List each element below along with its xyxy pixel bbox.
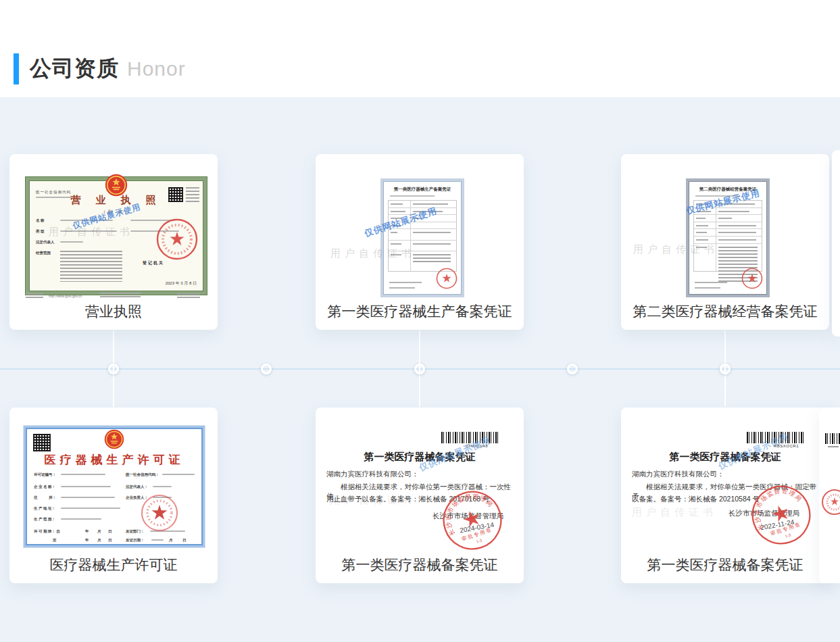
blurred-text-block xyxy=(60,251,122,282)
placeholder-text-bar xyxy=(61,518,101,520)
unit-label: 日 xyxy=(182,538,187,543)
record-table xyxy=(388,200,457,272)
national-emblem-icon xyxy=(104,429,124,449)
blurred-text-block xyxy=(100,293,141,299)
certificate-card-class1-production[interactable]: 第一类医疗器械生产备案凭证 仅供网站展示使用 用户自传证书 第一类医疗器械生产备… xyxy=(316,154,524,330)
national-emblem-icon xyxy=(105,174,128,197)
company-line: 湖南力宾医疗科技有限公司： xyxy=(632,470,724,479)
field-label: 统一社会信用代码： xyxy=(126,472,159,477)
partial-card-next-top[interactable] xyxy=(832,150,840,337)
table-row xyxy=(694,229,762,237)
record-title: 第一类医疗器械备案凭证 xyxy=(621,451,829,464)
company-honor-page: 公司资质 Honor 营 业 执 照 （副 本） 统一社会信用代码 名 称 xyxy=(0,0,840,642)
table-row xyxy=(694,201,762,208)
field-label: 名 称 xyxy=(36,218,45,223)
table-row xyxy=(389,241,456,251)
official-seal xyxy=(436,268,458,289)
field-label: 许可证编号： xyxy=(34,472,56,477)
table-row xyxy=(694,244,762,271)
production-license-image: 医疗器械生产许可证 许可证编号： 统一社会信用代码： 企 业 名 称： 法定代表… xyxy=(24,426,205,547)
placeholder-text-bar xyxy=(36,197,71,198)
placeholder-text-bar xyxy=(390,195,435,197)
certificate-card-class1-record-a[interactable]: 07MION48 第一类医疗器械备案凭证 湖南力宾医疗科技有限公司： 根据相关法… xyxy=(316,408,524,583)
barcode xyxy=(747,432,805,443)
unit-label: 月 xyxy=(169,538,173,543)
official-seal xyxy=(821,489,840,516)
unit-label: 年 xyxy=(85,538,89,543)
business-license-image: 营 业 执 照 （副 本） 统一社会信用代码 名 称 类 型 法定代表人 经营范… xyxy=(26,177,207,295)
placeholder-text-bar xyxy=(60,241,83,243)
certificate-card-class2-operation[interactable]: 第二类医疗器械经营备案凭证 仅供网站展示使用 用户自传证书 第二类医疗器械经营备… xyxy=(621,154,829,330)
class1-production-record-image: 第一类医疗器械生产备案凭证 xyxy=(380,178,464,297)
record-title: 第一类医疗器械生产备案凭证 xyxy=(383,187,462,193)
table-row xyxy=(389,222,456,230)
field-label: 经营范围 xyxy=(36,251,51,255)
record-title: 第一类医疗器械备案凭证 xyxy=(316,451,524,464)
record-table xyxy=(693,200,762,272)
placeholder-text-bar xyxy=(389,287,415,289)
placeholder-text-bar xyxy=(695,282,727,283)
blurred-text-block xyxy=(177,293,200,298)
placeholder-text-bar xyxy=(695,195,740,197)
barcode-text: RBSXOCR1 xyxy=(774,444,799,448)
timeline-node xyxy=(567,364,578,374)
timeline-node xyxy=(720,364,731,374)
certificate-card-class1-record-b[interactable]: RBSXOCR1 第一类医疗器械备案凭证 湖南力宾医疗科技有限公司： 根据相关法… xyxy=(621,408,829,583)
certificate-caption: 医疗器械生产许可证 xyxy=(9,555,218,574)
page-subtitle: Honor xyxy=(127,57,186,80)
field-label: 生 产 地 址： xyxy=(34,506,55,511)
unit-label: 年 xyxy=(85,529,89,534)
certificate-caption: 第一类医疗器械生产备案凭证 xyxy=(316,302,524,321)
issuer-label: 登记机关 xyxy=(143,260,164,266)
field-label: 住 所： xyxy=(34,495,56,500)
table-row xyxy=(694,208,762,216)
placeholder-text-bar xyxy=(153,486,172,487)
placeholder-text-bar xyxy=(61,486,111,487)
placeholder-text-bar xyxy=(60,230,117,232)
official-seal xyxy=(741,268,763,289)
certificate-card-production-license[interactable]: 医疗器械生产许可证 许可证编号： 统一社会信用代码： 企 业 名 称： 法定代表… xyxy=(9,408,218,583)
certificate-caption: 第二类医疗器械经营备案凭证 xyxy=(621,302,829,321)
timeline-node xyxy=(108,364,119,374)
certificate-caption: 第一类医疗器械备案凭证 xyxy=(316,555,524,574)
company-line: 湖南力宾医疗科技有限公司： xyxy=(326,470,419,479)
section-header: 公司资质 Honor xyxy=(14,53,186,85)
issue-date: 2023 年 3 月 8 日 xyxy=(166,280,197,287)
official-seal xyxy=(141,494,178,532)
table-row xyxy=(389,201,456,208)
field-label: 发证日期： xyxy=(126,538,145,543)
official-seal xyxy=(156,218,198,260)
certificate-caption: 营业执照 xyxy=(9,302,218,321)
certificate-card-business-license[interactable]: 营 业 执 照 （副 本） 统一社会信用代码 名 称 类 型 法定代表人 经营范… xyxy=(9,154,218,330)
qr-code xyxy=(33,434,51,451)
watermark-user-upload: 用户自传证书 xyxy=(632,506,717,519)
license-title: 医疗器械生产许可证 xyxy=(26,452,203,468)
license-subtitle: （副 本） xyxy=(29,209,203,216)
placeholder-text-bar xyxy=(695,287,720,289)
partial-card-next-bottom[interactable] xyxy=(819,408,840,583)
placeholder-text-bar xyxy=(61,474,105,475)
placeholder-text-bar xyxy=(828,446,839,447)
unit-label: 月 xyxy=(97,538,101,543)
license-footer: http://www.gsxt.gov.cn xyxy=(26,292,200,301)
table-row xyxy=(694,215,762,222)
field-label: 企 业 名 称： xyxy=(34,485,55,489)
barcode xyxy=(441,432,499,443)
timeline-node xyxy=(414,364,425,374)
timeline-node xyxy=(261,364,272,374)
record-title: 第二类医疗器械经营备案凭证 xyxy=(689,187,767,193)
placeholder-text-bar xyxy=(389,282,422,283)
blurred-text-block xyxy=(186,187,199,202)
placeholder-text-bar xyxy=(162,474,195,475)
field-label: 类 型 xyxy=(36,229,45,234)
field-label: 许 可 期 限： 自 xyxy=(34,529,60,534)
field-label: 生 产 范 围： xyxy=(34,517,55,522)
certificate-caption: 第一类医疗器械备案凭证 xyxy=(621,555,829,574)
field-label: 至 xyxy=(53,538,57,543)
placeholder-text-bar xyxy=(61,497,115,498)
table-row xyxy=(694,237,762,244)
field-label: 法定代表人： xyxy=(126,485,148,489)
unit-label: 月 xyxy=(97,529,101,534)
blurred-text-block xyxy=(26,293,43,298)
table-row xyxy=(694,222,762,230)
